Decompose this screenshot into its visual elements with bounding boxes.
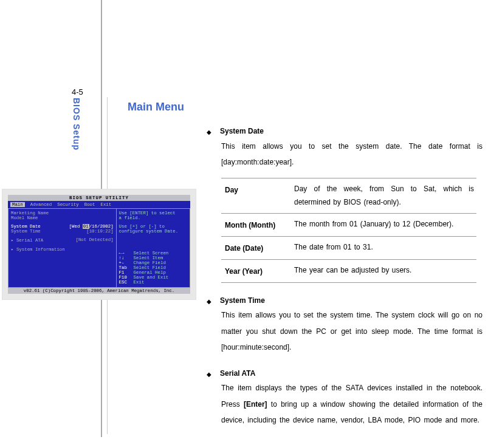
bios-sysdate-pre: [Wed bbox=[69, 224, 83, 229]
table-desc: The date from 01 to 31. bbox=[294, 240, 476, 256]
bios-window: BIOS SETUP UTILITY Main Advanced Securit… bbox=[8, 195, 190, 294]
section-system-time: ◆ System Time This item allows you to se… bbox=[207, 294, 482, 356]
bios-key: F1 bbox=[119, 270, 134, 275]
section-body: The item displays the types of the SATA … bbox=[221, 380, 482, 428]
bios-key-desc: Save and Exit bbox=[134, 275, 169, 280]
section-system-date: ◆ System Date This item allows you to se… bbox=[207, 124, 482, 283]
bios-sata-value: [Not Detected] bbox=[76, 237, 114, 243]
bios-help-line: Use [ENTER] to select bbox=[119, 211, 187, 216]
table-row: Day Day of the week, from Sun to Sat, wh… bbox=[221, 178, 476, 214]
bios-sysdate-label: System Date bbox=[11, 224, 41, 229]
table-label: Year (Year) bbox=[221, 263, 294, 279]
bios-screenshot: BIOS SETUP UTILITY Main Advanced Securit… bbox=[2, 189, 196, 300]
bios-model-name: Model Name bbox=[11, 216, 114, 220]
bios-key: Tab bbox=[119, 265, 134, 270]
page-number: 4-5 bbox=[72, 87, 83, 97]
section-title: Serial ATA bbox=[220, 367, 255, 381]
bios-systime-label: System Time bbox=[11, 229, 41, 234]
bios-title: BIOS SETUP UTILITY bbox=[8, 195, 190, 201]
table-row: Date (Date) The date from 01 to 31. bbox=[221, 236, 476, 259]
bios-key: ESC bbox=[119, 280, 134, 285]
bullet-icon: ◆ bbox=[207, 296, 211, 307]
section-body: This item allows you to set the system t… bbox=[221, 307, 482, 355]
section-body: This item allows you to set the system d… bbox=[221, 138, 482, 171]
bios-key: ↑↓ bbox=[119, 256, 134, 260]
table-label: Date (Date) bbox=[221, 240, 294, 256]
section-title: System Date bbox=[220, 124, 264, 138]
bios-sata-label: ▸ Serial ATA bbox=[11, 237, 43, 243]
page-heading: Main Menu bbox=[128, 101, 184, 114]
bios-body: Marketing Name Model Name System Date [W… bbox=[8, 209, 190, 288]
bios-key-desc: Select Item bbox=[134, 256, 163, 260]
key-enter: [Enter] bbox=[244, 400, 267, 409]
bios-menubar: Main Advanced Security Boot Exit bbox=[8, 201, 190, 209]
date-format-table: Day Day of the week, from Sun to Sat, wh… bbox=[221, 178, 476, 283]
bios-menu-security: Security bbox=[57, 202, 78, 207]
table-row: Year (Year) The year can be adjusted by … bbox=[221, 259, 476, 283]
bios-footer: v02.61 (C)Copyright 1985-2006, American … bbox=[8, 288, 190, 294]
bios-key-desc: General Help bbox=[134, 270, 166, 275]
bios-key: +- bbox=[119, 260, 134, 265]
table-desc: The year can be adjusted by users. bbox=[294, 263, 476, 279]
bios-sysdate-selected: 01 bbox=[83, 224, 89, 229]
side-section-label: BIOS Setup bbox=[72, 98, 81, 151]
table-desc: Day of the week, from Sun to Sat, which … bbox=[294, 182, 476, 210]
bios-sysinfo: ▸ System Information bbox=[11, 246, 114, 252]
bios-systime-value: [10:19:22] bbox=[86, 229, 113, 234]
bios-key-desc: Change Field bbox=[134, 260, 166, 265]
table-desc: The month from 01 (January) to 12 (Decem… bbox=[294, 217, 476, 232]
bios-help-line: a field. bbox=[119, 216, 187, 220]
bios-key-desc: Exit bbox=[134, 280, 145, 285]
bios-help-line: configure system Date. bbox=[119, 229, 187, 234]
bios-left-panel: Marketing Name Model Name System Date [W… bbox=[8, 209, 117, 288]
bios-menu-boot: Boot bbox=[84, 202, 95, 207]
table-row: Month (Month) The month from 01 (January… bbox=[221, 213, 476, 236]
bios-marketing-name: Marketing Name bbox=[11, 211, 114, 216]
bios-sysdate-post: /16/2002] bbox=[89, 224, 114, 229]
bios-menu-main: Main bbox=[10, 202, 25, 207]
section-title: System Time bbox=[220, 294, 265, 308]
bios-key: ←→ bbox=[119, 251, 134, 256]
bios-right-panel: Use [ENTER] to select a field. Use [+] o… bbox=[117, 209, 190, 288]
bios-key-desc: Select Field bbox=[134, 265, 166, 270]
bios-key-desc: Select Screen bbox=[134, 251, 169, 256]
bios-menu-exit: Exit bbox=[100, 202, 111, 207]
content-area: ◆ System Date This item allows you to se… bbox=[207, 124, 482, 440]
bios-menu-advanced: Advanced bbox=[30, 202, 52, 207]
table-label: Month (Month) bbox=[221, 217, 294, 232]
bios-key: F10 bbox=[119, 275, 134, 280]
bios-help-line: Use [+] or [-] to bbox=[119, 224, 187, 229]
section-serial-ata: ◆ Serial ATA The item displays the types… bbox=[207, 367, 482, 429]
bullet-icon: ◆ bbox=[207, 368, 211, 380]
bullet-icon: ◆ bbox=[207, 126, 211, 138]
table-label: Day bbox=[221, 182, 294, 210]
